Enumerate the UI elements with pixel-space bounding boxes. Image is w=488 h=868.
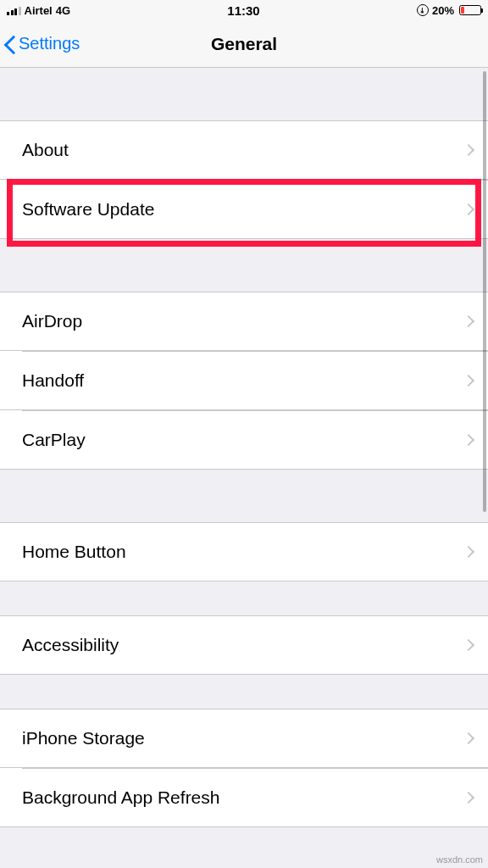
chevron-right-icon xyxy=(463,732,474,744)
scroll-indicator[interactable] xyxy=(483,71,486,512)
cell-accessibility[interactable]: Accessibility xyxy=(0,615,488,675)
cell-about[interactable]: About xyxy=(0,120,488,180)
cell-carplay[interactable]: CarPlay xyxy=(0,410,488,470)
back-label: Settings xyxy=(19,34,80,53)
battery-icon xyxy=(459,5,481,15)
status-right: ⤓ 20% xyxy=(417,4,481,17)
chevron-right-icon xyxy=(463,374,474,386)
chevron-right-icon xyxy=(463,639,474,651)
chevron-right-icon xyxy=(463,144,474,156)
signal-bars-icon xyxy=(7,6,21,15)
cell-label: About xyxy=(22,140,69,160)
rotation-lock-icon: ⤓ xyxy=(417,4,429,16)
cell-label: Background App Refresh xyxy=(22,787,219,808)
group-3: Home Button xyxy=(0,522,488,581)
chevron-right-icon xyxy=(463,433,474,445)
cell-label: Handoff xyxy=(22,370,84,391)
carrier-label: Airtel xyxy=(25,4,53,17)
network-label: 4G xyxy=(56,4,70,17)
cell-label: iPhone Storage xyxy=(22,728,145,748)
chevron-right-icon xyxy=(463,546,474,558)
cell-label: Software Update xyxy=(22,199,154,220)
chevron-right-icon xyxy=(463,315,474,327)
cell-airdrop[interactable]: AirDrop xyxy=(0,292,488,351)
group-4: Accessibility xyxy=(0,615,488,675)
status-left: Airtel 4G xyxy=(7,4,70,17)
cell-label: Accessibility xyxy=(22,635,119,655)
group-5: iPhone Storage Background App Refresh xyxy=(0,709,488,827)
chevron-right-icon xyxy=(463,203,474,214)
status-bar: Airtel 4G 11:30 ⤓ 20% xyxy=(0,0,488,20)
group-1: About Software Update xyxy=(0,120,488,239)
settings-content: About Software Update AirDrop Handoff Ca… xyxy=(0,68,488,868)
navigation-bar: Settings General xyxy=(0,20,488,68)
cell-label: AirDrop xyxy=(22,311,82,331)
group-2: AirDrop Handoff CarPlay xyxy=(0,292,488,470)
chevron-left-icon xyxy=(5,34,17,54)
status-time: 11:30 xyxy=(227,3,259,18)
cell-software-update[interactable]: Software Update xyxy=(0,180,488,239)
cell-label: CarPlay xyxy=(22,430,86,450)
battery-percent: 20% xyxy=(432,4,454,17)
cell-home-button[interactable]: Home Button xyxy=(0,522,488,581)
cell-label: Home Button xyxy=(22,542,126,562)
watermark: wsxdn.com xyxy=(436,854,483,865)
cell-background-app-refresh[interactable]: Background App Refresh xyxy=(0,768,488,827)
cell-iphone-storage[interactable]: iPhone Storage xyxy=(0,709,488,768)
cell-handoff[interactable]: Handoff xyxy=(0,351,488,410)
back-button[interactable]: Settings xyxy=(0,34,80,54)
chevron-right-icon xyxy=(463,791,474,803)
